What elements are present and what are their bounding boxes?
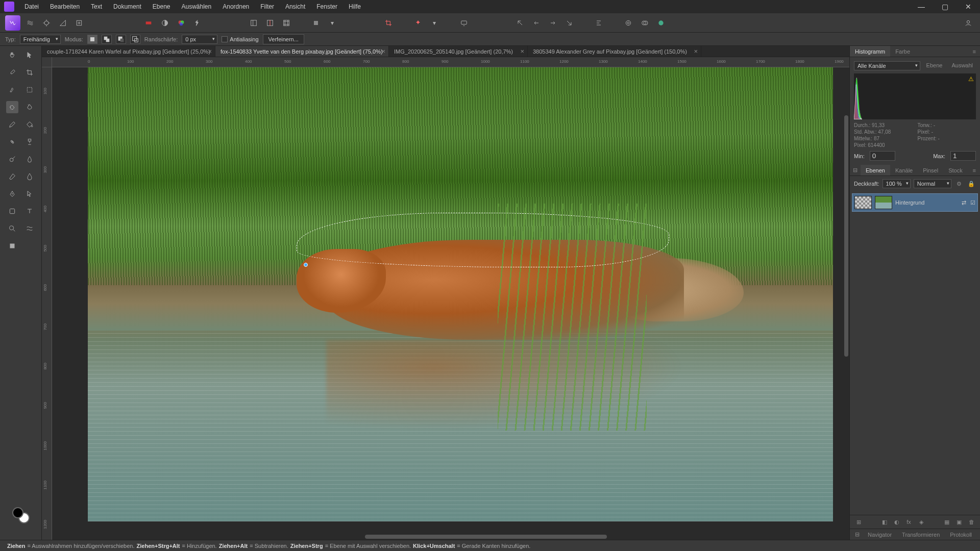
tab-transform[interactable]: Transformieren [897, 529, 945, 540]
persona-develop-icon[interactable] [40, 16, 53, 30]
group-icon[interactable]: ▣ [954, 517, 964, 527]
doc-tab-2[interactable]: IMG_20200625_205140.jpg [Geändert] (20,7… [389, 46, 528, 57]
ruler-horizontal[interactable]: 0100200300400500600700800900100011001200… [52, 57, 849, 67]
collapse-icon[interactable]: ⊟ [850, 165, 861, 176]
swatch-red-icon[interactable] [142, 16, 155, 30]
menu-arrange[interactable]: Anordnen [217, 1, 254, 12]
color-picker-tool[interactable] [6, 66, 18, 79]
close-icon[interactable]: × [208, 47, 212, 55]
antialias-check[interactable]: Antialiasing [222, 36, 258, 42]
persona-liquify-icon[interactable] [23, 16, 37, 30]
add-layer-icon[interactable]: ▦ [942, 517, 951, 527]
doc-tab-0[interactable]: couple-1718244 Karen Warfel auf Pixabay.… [42, 46, 215, 57]
canvas[interactable] [88, 67, 833, 521]
grid-right-icon[interactable] [280, 16, 293, 30]
menu-layer[interactable]: Ebene [148, 1, 176, 12]
hand-tool[interactable] [6, 49, 18, 61]
eraser-tool[interactable] [6, 170, 18, 183]
blend-dropdown[interactable]: Normal [914, 179, 951, 188]
close-icon[interactable]: × [520, 47, 524, 55]
persona-photo-icon[interactable] [5, 15, 20, 31]
menu-select[interactable]: Auswählen [176, 1, 216, 12]
monitor-icon[interactable] [457, 16, 471, 30]
tab-stock[interactable]: Stock [943, 165, 968, 176]
crop-icon[interactable] [382, 16, 395, 30]
layer-item[interactable]: Hintergrund ⇄ ☑ [852, 193, 978, 212]
persona-export-icon[interactable] [72, 16, 86, 30]
hist-mode-selection[interactable]: Auswahl [948, 61, 976, 70]
menu-help[interactable]: Hilfe [344, 1, 366, 12]
arrow-l-icon[interactable] [530, 16, 543, 30]
ruler-vertical[interactable]: 100200300400500600700800900100011001200 [42, 67, 52, 540]
pen-tool[interactable] [6, 188, 18, 200]
arrow-r-icon[interactable] [546, 16, 559, 30]
mesh-tool[interactable] [23, 222, 36, 235]
channels-dropdown[interactable]: Alle Kanäle [854, 61, 920, 70]
tab-channels[interactable]: Kanäle [890, 165, 918, 176]
grid-center-icon[interactable] [263, 16, 277, 30]
circle3-icon[interactable] [654, 16, 668, 30]
mode-new-button[interactable] [87, 35, 97, 44]
collapse-icon[interactable]: ⊟ [852, 529, 863, 540]
dodge-tool[interactable] [6, 153, 18, 165]
max-input[interactable] [950, 151, 976, 161]
close-icon[interactable]: × [381, 47, 385, 55]
fill-tool[interactable] [23, 118, 36, 131]
autocolor-icon[interactable] [175, 16, 188, 30]
panel-menu-icon[interactable]: ≡ [969, 48, 980, 55]
clone-tool[interactable] [23, 136, 36, 148]
mode-intersect-button[interactable] [130, 35, 140, 44]
tab-navigator[interactable]: Navigator [863, 529, 897, 540]
close-button[interactable]: ✕ [957, 0, 980, 13]
align-icon[interactable] [592, 16, 605, 30]
menu-text[interactable]: Text [86, 1, 107, 12]
account-icon[interactable] [962, 16, 975, 30]
doc-tab-1[interactable]: fox-1540833 Yvette van den Berg pixabay.… [215, 46, 389, 57]
dropdown2-icon[interactable]: ▾ [428, 16, 441, 30]
adjust-icon[interactable]: ◐ [892, 517, 901, 527]
menu-document[interactable]: Dokument [108, 1, 146, 12]
color-wells[interactable] [0, 506, 42, 527]
circle1-icon[interactable] [622, 16, 635, 30]
antialias-checkbox[interactable] [222, 36, 228, 42]
tab-brushes[interactable]: Pinsel [918, 165, 943, 176]
move-tool[interactable] [23, 49, 36, 61]
layer-mask-thumb[interactable] [854, 196, 872, 209]
lock-icon[interactable]: 🔒 [967, 179, 976, 188]
grid-left-icon[interactable] [247, 16, 260, 30]
crop-tool[interactable] [23, 66, 36, 79]
autocontrast-icon[interactable] [191, 16, 204, 30]
tab-color[interactable]: Farbe [890, 46, 915, 57]
assist-icon[interactable] [411, 16, 425, 30]
quickmask-tool[interactable] [6, 240, 18, 252]
mask-icon[interactable]: ◧ [880, 517, 889, 527]
expand-icon[interactable]: ⊞ [854, 517, 863, 527]
feather-input[interactable]: 0 px [182, 35, 217, 44]
blend-icon[interactable]: ◈ [917, 517, 926, 527]
visibility-icon[interactable]: ☑ [970, 199, 975, 206]
circle2-icon[interactable] [638, 16, 651, 30]
close-icon[interactable]: × [694, 47, 698, 55]
type-dropdown[interactable]: Freihändig [20, 35, 61, 44]
persona-tone-icon[interactable] [56, 16, 69, 30]
fx-icon[interactable]: fx [904, 517, 914, 527]
arrow-tl-icon[interactable] [513, 16, 527, 30]
tab-layers[interactable]: Ebenen [861, 165, 890, 176]
freehand-select-tool[interactable] [6, 101, 18, 113]
doc-tab-3[interactable]: 3805349 Alexander Grey auf Pixabay.jpg [… [528, 46, 701, 57]
menu-edit[interactable]: Bearbeiten [45, 1, 85, 12]
layer-thumb[interactable] [875, 196, 892, 209]
smudge-tool[interactable] [23, 153, 36, 165]
panel-menu-icon[interactable]: ≡ [977, 532, 980, 538]
shape-tool[interactable] [6, 205, 18, 217]
marquee-tool[interactable] [23, 84, 36, 96]
refine-button[interactable]: Verfeinern... [263, 34, 304, 44]
tab-histogram[interactable]: Histogramm [850, 46, 890, 57]
panel-menu-icon[interactable]: ≡ [969, 167, 980, 173]
opacity-dropdown[interactable]: 100 % [883, 179, 911, 188]
dropdown-icon[interactable]: ▾ [326, 16, 339, 30]
vertical-scrollbar[interactable] [844, 115, 848, 357]
autolevels-icon[interactable] [158, 16, 172, 30]
flood-select-tool[interactable] [23, 101, 36, 113]
blur-tool[interactable] [23, 170, 36, 183]
